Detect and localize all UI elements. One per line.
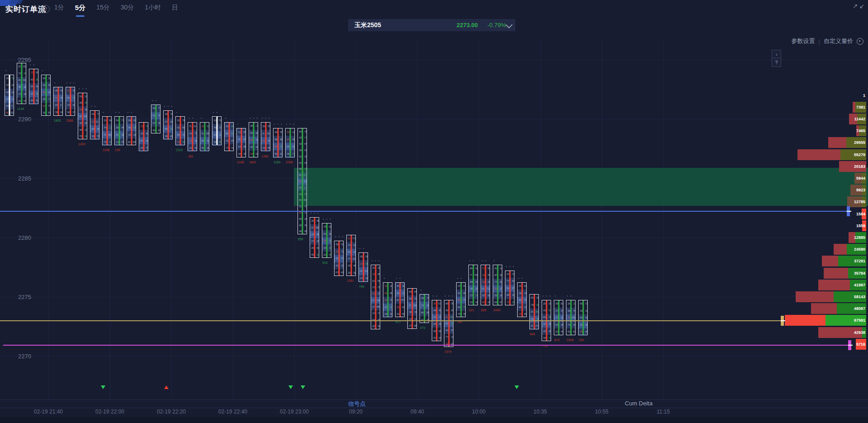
ladder-bar-segment: [797, 149, 840, 160]
delta-label: 673: [554, 338, 560, 342]
candle-body-line: [460, 283, 462, 317]
delta-label: 1566: [66, 119, 73, 122]
candle-body-line: [265, 123, 266, 151]
candle-body-line: [424, 295, 425, 323]
imbalance-dots: • • •: [274, 123, 283, 125]
footprint-candle: 44677871830986155413267: [420, 294, 429, 323]
delta-label: 1268: [261, 155, 269, 158]
delta-low-line: [3, 345, 848, 346]
candle-body-line: [387, 283, 388, 317]
ladder-value: 12885: [854, 235, 865, 240]
candle-body-line: [302, 128, 303, 234]
footprint-candle: 31484376013676582791419: [102, 116, 112, 145]
ladder-bar-segment: [796, 291, 834, 302]
footprint-candle: 848624528833320685869: [127, 116, 136, 145]
x-axis-label: 02-19 23:00: [280, 409, 309, 415]
ladder-value: 5716: [856, 342, 865, 347]
footprint-candle: 247803563461862737646751755352: [456, 282, 466, 318]
imbalance-dots: • •: [213, 111, 218, 114]
candle-body-line: [472, 265, 474, 305]
ladder-value: 11442: [854, 117, 865, 121]
ladder-value: 58143: [854, 295, 865, 299]
delta-label: 1841: [249, 161, 256, 164]
delta-label: 2258: [286, 161, 293, 164]
candle-body-line: [57, 87, 59, 115]
imbalance-dots: • • •: [18, 57, 27, 60]
h-gridline: [0, 60, 868, 60]
candle-body-line: [179, 117, 181, 145]
footprint-candle: 67373077354050137665188701267: [505, 271, 514, 306]
footprint-candle: 25155641510421678535851: [261, 122, 270, 151]
footprint-candle: 65551419938643109474406: [359, 252, 368, 281]
footprint-candle: 558306421734311796419156676846: [334, 241, 344, 276]
candle-body-line: [94, 111, 95, 139]
footprint-candle: 1597023660487819255749: [139, 122, 148, 151]
ladder-value: 55279: [854, 152, 865, 157]
candle-body-line: [399, 283, 401, 317]
delta-label: 659: [298, 238, 303, 241]
footprint-candle: 247302894515153504390376: [66, 87, 75, 116]
cum-delta-panel-label[interactable]: Cum Delta: [625, 400, 652, 407]
footprint-candle: 241557282874650058118877245726367: [17, 63, 26, 104]
x-axis-label: 11:15: [656, 409, 670, 415]
candle-body-line: [45, 75, 47, 115]
candle-body-line: [241, 128, 242, 157]
imbalance-dots: • • •: [542, 295, 552, 297]
imbalance-dots: • •: [189, 117, 194, 119]
footprint-candle: 122895457557142881184466: [236, 128, 246, 157]
imbalance-dots: • •: [518, 277, 524, 280]
signal-panel-label[interactable]: 信号点: [348, 400, 366, 408]
delta-high-line: [0, 211, 847, 212]
imbalance-dots: • •: [481, 259, 487, 262]
delta-label: 2110: [176, 148, 183, 152]
panel-collapse-button[interactable]: ›: [772, 50, 781, 59]
candle-body-line: [33, 69, 34, 104]
delta-label: 1281: [347, 279, 354, 282]
footprint-candle: 83330369113262574592531616561: [395, 282, 405, 318]
ladder-value: 7381: [856, 105, 865, 109]
h-gridline: [0, 356, 868, 356]
ladder-value: 41997: [854, 283, 865, 287]
candle-body-line: [216, 117, 217, 145]
footprint-candle: 59022565245558336368713: [285, 128, 295, 157]
imbalance-dots: • •: [127, 111, 133, 114]
ladder-bar-segment: [828, 137, 846, 148]
imbalance-dots: • •: [469, 259, 475, 262]
imbalance-dots: •: [494, 259, 495, 262]
imbalance-dots: •: [384, 277, 386, 280]
footprint-candle: 6431657983603655456678630174: [529, 294, 539, 329]
footprint-candle: 28721838874179506743201692514: [566, 300, 576, 335]
delta-label: 1800: [54, 119, 61, 122]
footprint-candle: 16776242465607379645466: [175, 116, 185, 145]
ladder-bar-segment: [785, 315, 826, 326]
footprint-candle: 390828374570178627551308228441: [554, 300, 563, 335]
imbalance-dots: • • •: [79, 87, 88, 90]
imbalance-dots: •: [420, 289, 422, 291]
footprint-candle: 297808298153631721647220204863: [517, 282, 527, 318]
axis-line: [0, 408, 868, 408]
x-axis-label: 02-19 21:40: [34, 409, 63, 415]
delta-label: 1158: [103, 148, 109, 152]
imbalance-dots: • •: [396, 277, 401, 280]
candle-body-line: [70, 87, 71, 115]
panel-help-button[interactable]: ?: [772, 58, 781, 67]
ladder-value: 48087: [854, 306, 865, 311]
footprint-candle: 12399433550647841161468896506: [29, 69, 38, 104]
candle-body-line: [363, 253, 364, 281]
x-axis-label: 09:20: [349, 409, 363, 415]
chart-area[interactable]: 2295229022852280227522704037674732454252…: [0, 0, 868, 423]
delta-label: 2328: [566, 338, 574, 342]
candle-body-line: [82, 93, 83, 139]
ladder-value: 42938: [854, 330, 865, 335]
candle-body-line: [509, 271, 510, 305]
imbalance-dots: • • •: [262, 117, 271, 119]
ladder-bar-segment: [818, 280, 850, 290]
imbalance-dots: • • •: [323, 218, 332, 220]
ladder-value: 67591: [854, 318, 865, 323]
ladder-value: 12785: [854, 200, 865, 204]
ladder-bar-segment: [824, 268, 848, 279]
footprint-candle: 2371011068535175817075840537547344148661…: [371, 265, 380, 329]
footprint-candle: 72955615678668025062712557504881153: [481, 265, 490, 306]
ladder-bar-segment: [834, 244, 847, 255]
y-axis-label: 2280: [18, 234, 31, 241]
